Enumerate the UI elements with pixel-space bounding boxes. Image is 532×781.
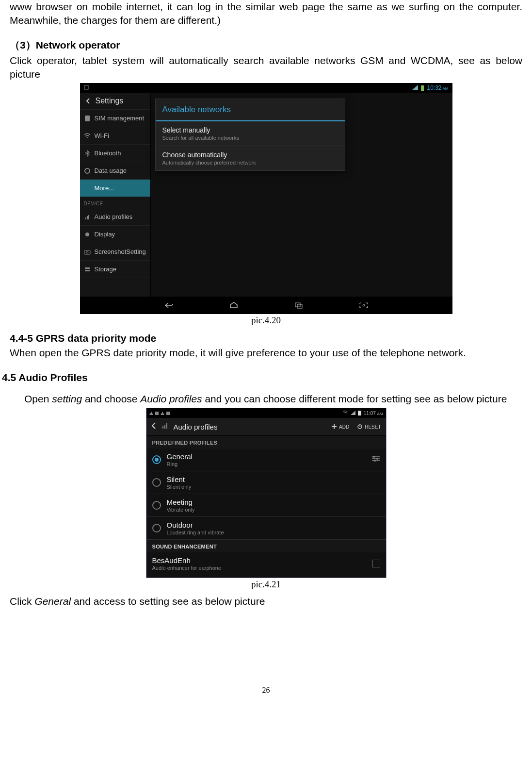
sidebar-item-label: Wi-Fi — [95, 132, 109, 139]
nav-back-button[interactable] — [163, 301, 175, 310]
back-icon[interactable] — [151, 422, 156, 431]
storage-icon — [84, 266, 91, 273]
reset-button[interactable]: RESET — [357, 424, 381, 430]
dialog-item-choose-automatically[interactable]: Choose automatically Automatically choos… — [156, 146, 345, 170]
profile-title: General — [167, 452, 366, 461]
profile-silent[interactable]: Silent Silent only — [146, 471, 386, 494]
sidebar-item-label: Audio profiles — [95, 213, 133, 220]
svg-rect-10 — [85, 267, 90, 269]
profile-subtitle: Silent only — [167, 484, 380, 490]
svg-rect-4 — [85, 217, 86, 219]
dialog-title: Available networks — [156, 99, 345, 121]
sidebar-item-bluetooth[interactable]: Bluetooth — [80, 145, 150, 162]
sidebar-item-display[interactable]: Display — [80, 226, 150, 243]
heading-network-operator: （3）Network operator — [10, 38, 522, 52]
settings-sidebar: Settings SIM management Wi-Fi — [80, 93, 151, 297]
profile-title: Silent — [167, 475, 380, 483]
status-bar: 11:07 AM — [146, 408, 386, 418]
notification-icon — [84, 85, 89, 91]
more-icon — [84, 185, 91, 192]
status-bar: 10:32AM — [80, 83, 452, 93]
add-button[interactable]: ADD — [331, 424, 349, 430]
svg-rect-18 — [164, 425, 165, 429]
paragraph-network-operator: Click operator, tablet system will autom… — [10, 54, 522, 82]
svg-rect-2 — [85, 116, 90, 121]
sidebar-item-label: More... — [95, 184, 114, 192]
heading-audio-profiles: 4.5 Audio Profiles — [2, 372, 522, 383]
status-icon — [149, 412, 153, 415]
sidebar-item-label: Display — [95, 231, 115, 238]
svg-point-23 — [374, 460, 376, 462]
paragraph-gprs: When open the GPRS date priority mode, i… — [10, 346, 522, 360]
status-icon — [155, 412, 159, 415]
svg-marker-15 — [351, 411, 355, 415]
sidebar-item-storage[interactable]: Storage — [80, 261, 150, 278]
svg-rect-5 — [87, 216, 88, 219]
sidebar-item-audio-profiles[interactable]: Audio profiles — [80, 208, 150, 226]
sidebar-back[interactable]: Settings — [80, 93, 150, 110]
sidebar-item-more[interactable]: More... — [80, 180, 150, 197]
sidebar-item-screenshot-setting[interactable]: ScreenshotSetting — [80, 243, 150, 261]
page-number: 26 — [10, 686, 522, 695]
wifi-icon — [342, 410, 348, 416]
svg-rect-13 — [297, 304, 302, 308]
profile-meeting[interactable]: Meeting Vibrate only — [146, 494, 386, 517]
sidebar-item-wifi[interactable]: Wi-Fi — [80, 127, 150, 145]
svg-point-9 — [86, 251, 88, 253]
signal-icon — [351, 411, 355, 416]
title-bar: Audio profiles ADD RESET — [146, 418, 386, 436]
battery-icon — [358, 410, 361, 416]
paragraph-intro: www browser on mobile internet, it can l… — [10, 0, 522, 28]
signal-icon — [412, 85, 418, 91]
paragraph-audio-profiles: Open setting and choose Audio profiles a… — [18, 392, 522, 406]
display-icon — [84, 231, 91, 238]
nav-screenshot-button[interactable] — [358, 301, 370, 310]
radio-selected-icon — [152, 455, 161, 464]
radio-icon — [152, 501, 161, 510]
svg-rect-12 — [295, 303, 300, 307]
available-networks-dialog: Available networks Select manually Searc… — [155, 99, 345, 171]
svg-rect-19 — [166, 423, 167, 429]
sidebar-item-data-usage[interactable]: Data usage — [80, 162, 150, 180]
profile-title: Outdoor — [167, 521, 380, 529]
sidebar-category-device: DEVICE — [80, 197, 150, 208]
nav-recent-button[interactable] — [293, 301, 305, 310]
bluetooth-icon — [84, 150, 91, 157]
caption-pic-4-20: pic.4.20 — [10, 315, 522, 326]
sidebar-item-label: Data usage — [95, 167, 127, 174]
sidebar-title: Settings — [96, 97, 124, 105]
tune-icon[interactable] — [371, 455, 380, 464]
profile-general[interactable]: General Ring — [146, 449, 386, 471]
svg-rect-17 — [162, 426, 163, 429]
screen-title: Audio profiles — [174, 423, 218, 431]
svg-rect-6 — [88, 215, 89, 219]
checkbox-icon[interactable] — [372, 560, 380, 567]
svg-point-14 — [363, 304, 365, 306]
nav-home-button[interactable] — [228, 301, 240, 310]
svg-point-7 — [85, 233, 89, 236]
sidebar-item-sim[interactable]: SIM management — [80, 110, 150, 127]
audio-icon — [84, 214, 91, 220]
status-time: 10:32AM — [427, 84, 448, 91]
svg-rect-0 — [84, 85, 88, 89]
sidebar-item-label: Storage — [95, 266, 117, 273]
profile-outdoor[interactable]: Outdoor Loudest ring and vibrate — [146, 517, 386, 540]
heading-gprs: 4.4-5 GPRS data priority mode — [10, 332, 522, 344]
wifi-icon — [84, 133, 91, 139]
status-icon — [161, 412, 164, 415]
dialog-item-select-manually[interactable]: Select manually Search for all available… — [156, 121, 345, 146]
caption-pic-4-21: pic.4.21 — [10, 579, 522, 590]
profile-subtitle: Loudest ring and vibrate — [167, 530, 380, 535]
profile-title: Meeting — [167, 498, 380, 506]
enhancement-subtitle: Audio enhancer for earphone — [152, 565, 367, 571]
enhancement-besaudenh[interactable]: BesAudEnh Audio enhancer for earphone — [146, 552, 386, 578]
svg-point-21 — [373, 456, 375, 458]
status-icon — [166, 412, 170, 415]
svg-point-22 — [376, 458, 378, 460]
dialog-item-title: Choose automatically — [162, 151, 338, 159]
battery-icon — [421, 85, 424, 91]
profile-subtitle: Ring — [167, 461, 366, 467]
sidebar-item-label: SIM management — [95, 115, 145, 122]
paragraph-click-general: Click General and access to setting see … — [10, 595, 522, 608]
radio-icon — [152, 524, 161, 532]
